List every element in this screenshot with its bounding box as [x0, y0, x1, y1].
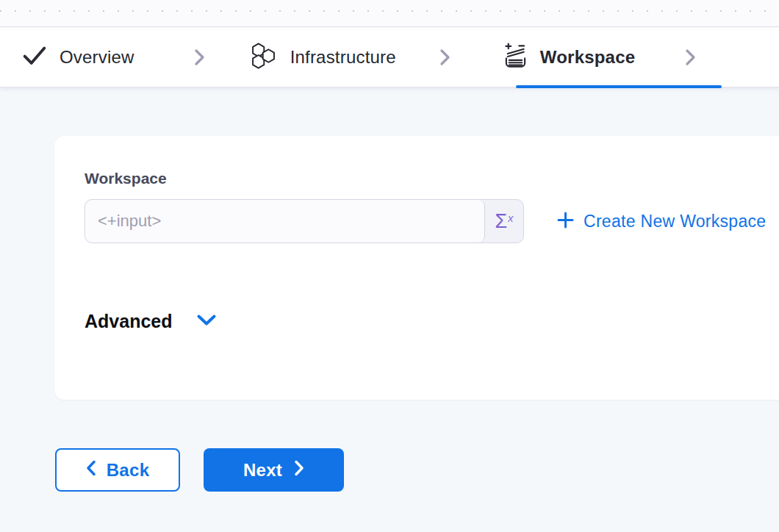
sigma-icon: Σ [495, 210, 507, 233]
chevron-right-separator-icon [190, 46, 209, 68]
active-step-indicator [516, 85, 722, 88]
check-icon [22, 46, 47, 69]
chevron-right-separator-icon [681, 46, 700, 68]
back-button[interactable]: Back [55, 448, 180, 492]
workspace-field-label: Workspace [85, 170, 779, 187]
hexagons-icon [249, 40, 278, 74]
workspace-input-row: Σx Create New Workspace [85, 199, 779, 243]
advanced-label: Advanced [85, 311, 172, 332]
chevron-right-separator-icon [436, 46, 454, 68]
next-button-label: Next [243, 460, 282, 481]
step-workspace[interactable]: Workspace [503, 42, 635, 73]
create-new-workspace-label: Create New Workspace [584, 212, 766, 231]
chevron-left-icon [86, 460, 96, 481]
step-workspace-label: Workspace [540, 47, 635, 68]
dotted-header-strip [0, 0, 779, 27]
stack-icon [503, 42, 528, 73]
workspace-form-card: Workspace Σx Create New Workspace Advanc… [54, 136, 779, 400]
step-infrastructure-label: Infrastructure [290, 47, 396, 68]
next-button[interactable]: Next [204, 448, 344, 492]
chevron-right-icon [295, 460, 304, 481]
formula-sigma-button[interactable]: Σx [485, 200, 523, 242]
wizard-actions: Back Next [55, 448, 779, 492]
create-new-workspace-link[interactable]: Create New Workspace [557, 212, 766, 231]
step-overview-label: Overview [60, 47, 134, 68]
workspace-input[interactable] [85, 200, 485, 242]
wizard-stepper: Overview Infrastructure [0, 27, 779, 87]
advanced-toggle[interactable]: Advanced [85, 311, 779, 332]
plus-icon [557, 212, 574, 231]
step-overview[interactable]: Overview [22, 46, 134, 69]
step-infrastructure[interactable]: Infrastructure [249, 40, 396, 74]
wizard-content: Workspace Σx Create New Workspace Advanc… [0, 87, 779, 492]
workspace-formula-field: Σx [85, 199, 524, 243]
back-button-label: Back [107, 460, 150, 481]
chevron-down-icon [196, 314, 217, 330]
